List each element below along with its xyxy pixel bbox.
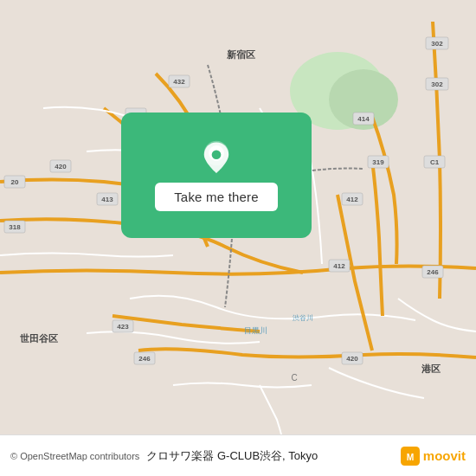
take-me-there-button[interactable]: Take me there	[155, 183, 278, 211]
location-card: Take me there	[121, 113, 312, 238]
svg-text:420: 420	[55, 163, 67, 170]
svg-text:319: 319	[372, 158, 384, 166]
place-name: クロサワ楽器 G-CLUB渋谷, Tokyo	[146, 448, 400, 464]
map-container: 302 302 20 318 420 413 431 432 414 319 4…	[0, 0, 476, 476]
svg-text:港区: 港区	[421, 363, 441, 374]
map-attribution: © OpenStreetMap contributors	[10, 451, 139, 461]
moovit-logo: M moovit	[401, 447, 466, 466]
svg-text:413: 413	[101, 196, 113, 203]
svg-point-45	[212, 150, 222, 159]
bottom-bar: © OpenStreetMap contributors クロサワ楽器 G-CL…	[0, 434, 476, 476]
svg-text:目黒川: 目黒川	[244, 326, 267, 335]
svg-text:420: 420	[346, 355, 358, 363]
svg-text:C1: C1	[430, 158, 440, 166]
svg-text:C: C	[291, 373, 297, 383]
svg-text:246: 246	[427, 268, 439, 276]
svg-text:302: 302	[431, 40, 443, 48]
svg-text:412: 412	[346, 196, 358, 203]
svg-text:412: 412	[333, 262, 345, 270]
svg-text:246: 246	[138, 355, 151, 363]
svg-text:414: 414	[357, 115, 370, 123]
svg-text:渋谷川: 渋谷川	[293, 314, 313, 322]
svg-text:432: 432	[173, 78, 185, 86]
location-pin-icon	[199, 139, 234, 174]
svg-rect-0	[0, 22, 476, 454]
moovit-icon: M	[401, 447, 420, 466]
svg-text:302: 302	[431, 80, 443, 88]
svg-text:新宿区: 新宿区	[227, 49, 255, 60]
moovit-text: moovit	[423, 448, 466, 463]
svg-text:20: 20	[11, 178, 19, 186]
svg-text:318: 318	[9, 223, 21, 231]
svg-text:423: 423	[117, 323, 129, 331]
svg-text:世田谷区: 世田谷区	[20, 333, 58, 344]
map-svg: 302 302 20 318 420 413 431 432 414 319 4…	[0, 0, 476, 476]
svg-text:M: M	[407, 453, 415, 462]
